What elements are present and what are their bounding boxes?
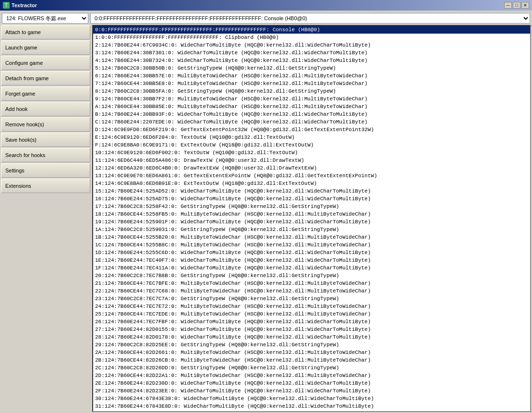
maximize-button[interactable]: □ (513, 2, 520, 9)
log-row[interactable]: A:124:7B60CE44:30BB85E:0: MultiByteToWid… (93, 103, 530, 110)
log-row[interactable]: 26:124:7B60E244:7EC7FBF:0: WideCharToMul… (93, 318, 530, 326)
log-row[interactable]: 1B:124:7B60CE44:5255B20:0: MultiByteToWi… (93, 233, 530, 241)
log-row[interactable]: 4:124:7B60E244:30B7324:0: WideCharToMult… (93, 57, 530, 64)
log-row[interactable]: 28:124:7B60E244:82D0178:0: WideCharToMul… (93, 333, 530, 341)
log-row[interactable]: 2A:124:7B60CE44:82D2661:0: MultiByteToWi… (93, 349, 530, 356)
log-row[interactable]: D:124:6C9E9FD0:6ED6F219:0: GetTextExtent… (93, 126, 530, 134)
log-row[interactable]: 1F:124:7B60E244:7EC411A:0: WideCharToMul… (93, 264, 530, 272)
log-row[interactable]: 30:124:7B60E244:67843E38:0: WideCharToMu… (93, 395, 530, 402)
sidebar-spacer (1, 194, 90, 412)
log-row[interactable]: 2F:124:7B60E244:82D23EE:0: WideCharToMul… (93, 387, 530, 395)
exe-selector[interactable]: 124: FLOWERS 冬篇.exe (2, 13, 88, 24)
search-for-hooks-button[interactable]: Search for hooks (1, 148, 90, 162)
log-row[interactable]: 0:0:FFFFFFFFFFFFFFFF:FFFFFFFFFFFFFFFF:FF… (93, 26, 530, 34)
log-row[interactable]: 10:124:6C9E9120:6ED6F902:0: TextOutW (HQ… (93, 149, 530, 157)
log-row[interactable]: 2:124:7B60E244:67C9034C:0: WideCharToMul… (93, 41, 530, 49)
log-row[interactable]: 8:124:7B60C2C8:30BB5FA:0: GetStringTypeW… (93, 87, 530, 95)
exe-selector-wrapper[interactable]: 124: FLOWERS 冬篇.exe (2, 13, 88, 24)
log-row[interactable]: 27:124:7B60E244:82D0155:0: WideCharToMul… (93, 326, 530, 333)
extensions-button[interactable]: Extensions (1, 179, 90, 193)
log-row[interactable]: B:124:7B60E244:30BB93F:0: WideCharToMult… (93, 110, 530, 118)
log-row[interactable]: 29:124:7B60C2C8:82D25EE:0: GetStringType… (93, 341, 530, 349)
title-controls: ─ □ ✕ (504, 2, 529, 9)
log-row[interactable]: 25:124:7B60CE44:7EC7EDE:0: MultiByteToWi… (93, 310, 530, 318)
launch-game-button[interactable]: Launch game (1, 40, 90, 55)
log-row[interactable]: 2D:124:7B60CE44:82D22A1:0: MultiByteToWi… (93, 372, 530, 379)
log-row[interactable]: 3:124:7B60E244:30B7301:0: WideCharToMult… (93, 49, 530, 57)
log-row[interactable]: 2E:124:7B60E244:82D230D:0: WideCharToMul… (93, 379, 530, 387)
log-row[interactable]: 6:124:7B60E244:30BB57E:0: MultiByteToWid… (93, 72, 530, 80)
remove-hooks-button[interactable]: Remove hook(s) (1, 117, 90, 132)
log-row[interactable]: 19:124:7B60E244:525901F:0: WideCharToMul… (93, 218, 530, 226)
log-row[interactable]: 1D:124:7B60E244:5255C6D:0: WideCharToMul… (93, 249, 530, 256)
log-row[interactable]: 18:124:7B60CE44:5258FB5:0: MultiByteToWi… (93, 210, 530, 218)
close-button[interactable]: ✕ (521, 2, 529, 9)
log-row[interactable]: 1A:124:7B60C2C8:5259031:0: GetStringType… (93, 226, 530, 233)
log-row[interactable]: 1:0:0:FFFFFFFFFFFFFFFF:FFFFFFFFFFFFFFFF:… (93, 34, 530, 41)
log-row[interactable]: 12:124:6ED6A320:6ED6C4B0:0: DrawTextExW … (93, 164, 530, 172)
forget-game-button[interactable]: Forget game (1, 86, 90, 101)
log-row[interactable]: 24:124:7B60CE44:7EC7E72:0: MultiByteToWi… (93, 303, 530, 310)
title-bar-left: T Textractor (3, 2, 37, 9)
top-bar: 124: FLOWERS 冬篇.exe 0:0:FFFFFFFFFFFFFFFF… (1, 12, 531, 25)
app-icon: T (3, 2, 10, 9)
configure-game-button[interactable]: Configure game (1, 56, 90, 70)
settings-button[interactable]: Settings (1, 163, 90, 178)
app-title: Textractor (12, 2, 37, 8)
detach-from-game-button[interactable]: Detach from game (1, 71, 90, 85)
log-row[interactable]: 31:124:7B60E244:67843E8D:0: WideCharToMu… (93, 402, 530, 410)
log-row[interactable]: 1E:124:7B60E244:7EC40F7:0: WideCharToMul… (93, 256, 530, 264)
attach-to-game-button[interactable]: Attach to game (1, 25, 90, 39)
log-row[interactable]: 20:124:7B60C2C8:7EC7B8B:0: GetStringType… (93, 272, 530, 279)
main-container: 124: FLOWERS 冬篇.exe 0:0:FFFFFFFFFFFFFFFF… (0, 11, 532, 413)
log-row[interactable]: 1C:124:7B60CE44:5255B8C:0: MultiByteToWi… (93, 241, 530, 249)
log-row[interactable]: 7:124:7B60CE44:30BB5E8:0: MultiByteToWid… (93, 80, 530, 87)
minimize-button[interactable]: ─ (504, 2, 512, 9)
log-row[interactable]: 22:124:7B60CE44:7EC7C68:0: MultiByteToWi… (93, 287, 530, 295)
log-row[interactable]: 23:124:7B60C2C8:7EC7C7A:0: GetStringType… (93, 295, 530, 303)
add-hook-button[interactable]: Add hook (1, 102, 90, 116)
log-row[interactable]: 17:124:7B60C2C8:5258F42:0: GetStringType… (93, 203, 530, 210)
log-row[interactable]: 14:124:6C9E8BA0:6ED6B91E:0: ExtTextOutW … (93, 180, 530, 187)
title-bar: T Textractor ─ □ ✕ (0, 0, 532, 11)
log-content[interactable]: 0:0:FFFFFFFFFFFFFFFF:FFFFFFFFFFFFFFFF:FF… (93, 26, 530, 411)
log-row[interactable]: 16:124:7B60E244:525AD75:0: WideCharToMul… (93, 195, 530, 203)
sidebar: Attach to gameLaunch gameConfigure gameD… (1, 25, 91, 412)
log-row[interactable]: 2C:124:7B60C2C8:82D26DD:0: GetStringType… (93, 364, 530, 372)
hook-dropdown-wrapper[interactable]: 0:0:FFFFFFFFFFFFFFFF:FFFFFFFFFFFFFFFF:FF… (90, 13, 530, 24)
log-row[interactable]: 15:124:7B60E244:525AD52:0: WideCharToMul… (93, 187, 530, 195)
log-panel[interactable]: 0:0:FFFFFFFFFFFFFFFF:FFFFFFFFFFFFFFFF:FF… (92, 25, 531, 412)
log-row[interactable]: 5:124:7B60C2C8:30BB50B:0: GetStringTypeW… (93, 64, 530, 72)
log-row[interactable]: 21:124:7B60CE44:7EC7BFE:0: MultiByteToWi… (93, 279, 530, 287)
log-row[interactable]: C:124:7B60E244:2207EDE:0: WideCharToMult… (93, 118, 530, 126)
log-row[interactable]: 11:124:6ED6C440:6ED5A486:0: DrawTextW (H… (93, 157, 530, 164)
log-row[interactable]: 9:124:7B60CE44:30BB7F2:0: MultiByteToWid… (93, 95, 530, 103)
content-area: Attach to gameLaunch gameConfigure gameD… (1, 25, 531, 412)
log-row[interactable]: 2B:124:7B60CE44:82D26CB:0: MultiByteToWi… (93, 356, 530, 364)
save-hooks-button[interactable]: Save hook(s) (1, 133, 90, 147)
log-row[interactable]: 13:124:6C9E9E70:6ED6A861:0: GetTextExten… (93, 172, 530, 180)
hook-dropdown[interactable]: 0:0:FFFFFFFFFFFFFFFF:FFFFFFFFFFFFFFFF:FF… (90, 13, 530, 24)
log-row[interactable]: F:124:6C9E8BA0:6C9E9171:0: ExtTextOutW (… (93, 141, 530, 149)
log-row[interactable]: E:124:6C9E9120:6ED6F284:0: TextOutW (HQ1… (93, 134, 530, 141)
